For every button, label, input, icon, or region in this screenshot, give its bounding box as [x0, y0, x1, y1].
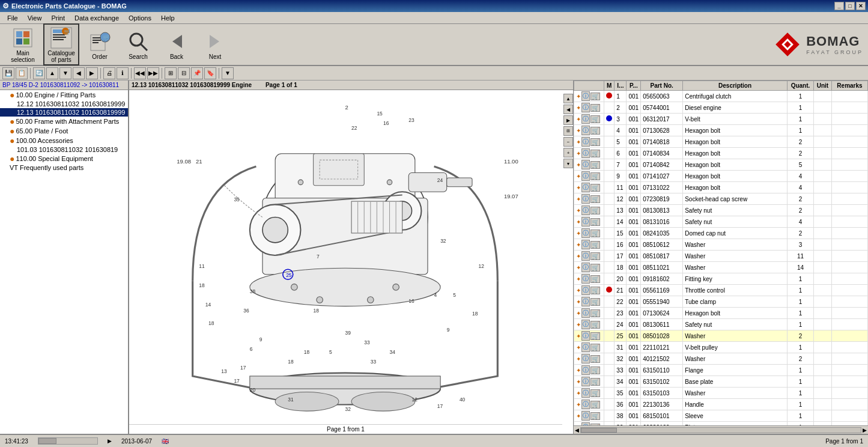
star-icon[interactable]: ✦ [576, 139, 581, 145]
cart-icon[interactable]: 🛒 [590, 207, 600, 214]
star-icon[interactable]: ✦ [576, 390, 581, 397]
table-row[interactable]: ✦ⓘ🛒1700108510817Washer11 [574, 251, 868, 262]
info-icon[interactable]: ⓘ [581, 274, 590, 284]
scroll-filter-button[interactable]: ▼ [563, 159, 573, 168]
cart-icon[interactable]: 🛒 [590, 93, 600, 100]
info-icon[interactable]: ⓘ [581, 183, 590, 192]
cart-icon[interactable]: 🛒 [590, 252, 600, 260]
scroll-right-button[interactable]: ▶ [563, 115, 573, 125]
info-icon[interactable]: ⓘ [581, 377, 590, 386]
star-icon[interactable]: ✦ [576, 276, 581, 282]
cart-icon[interactable]: 🛒 [590, 287, 600, 294]
menu-options[interactable]: Options [124, 13, 156, 23]
status-scrollbar[interactable] [38, 437, 98, 445]
info-icon[interactable]: ⓘ [581, 400, 590, 409]
star-icon[interactable]: ✦ [576, 127, 581, 134]
search-button[interactable]: Search [120, 28, 156, 62]
star-icon[interactable]: ✦ [576, 184, 581, 191]
table-row[interactable]: ✦ⓘ🛒3200140121502Washer2 [574, 353, 868, 365]
table-row[interactable]: ✦ⓘ🛒1100107131022Hexagon bolt4 [574, 182, 868, 193]
main-selection-button[interactable]: Main selection [5, 24, 41, 65]
star-icon[interactable]: ✦ [576, 219, 581, 225]
maximize-button[interactable]: □ [845, 2, 855, 10]
info-icon[interactable]: ⓘ [581, 114, 590, 124]
cart-icon[interactable]: 🛒 [590, 309, 600, 317]
star-icon[interactable]: ✦ [576, 367, 581, 374]
cart-icon[interactable]: 🛒 [590, 104, 600, 112]
info-icon[interactable]: ⓘ [581, 285, 590, 295]
cart-icon[interactable]: 🛒 [590, 275, 600, 283]
sec-next[interactable]: ▶ [86, 67, 98, 79]
sec-nav-back[interactable]: ◀◀ [134, 67, 146, 79]
sec-down[interactable]: ▼ [59, 67, 71, 79]
table-row[interactable]: ✦ⓘ🛒3300163150110Flange1 [574, 365, 868, 376]
info-icon[interactable]: ⓘ [581, 194, 590, 204]
table-row[interactable]: ✦ⓘ🛒600107140834Hexagon bolt2 [574, 148, 868, 159]
info-icon[interactable]: ⓘ [581, 205, 590, 215]
table-row[interactable]: ✦ⓘ🛒500107140818Hexagon bolt2 [574, 136, 868, 148]
scroll-minus-button[interactable]: − [563, 137, 573, 147]
cart-icon[interactable]: 🛒 [590, 401, 600, 409]
cart-icon[interactable]: 🛒 [590, 161, 600, 169]
cart-icon[interactable]: 🛒 [590, 184, 600, 192]
scroll-left-button[interactable]: ◀ [563, 105, 573, 114]
star-icon[interactable]: ✦ [576, 162, 581, 168]
sec-mark[interactable]: 🔖 [204, 67, 216, 79]
info-icon[interactable]: ⓘ [581, 91, 590, 101]
catalogue-button[interactable]: 🛒 Catalogue of parts [43, 23, 79, 65]
sec-print[interactable]: 🖨 [103, 67, 115, 79]
star-icon[interactable]: ✦ [576, 299, 581, 305]
menu-file[interactable]: File [2, 13, 23, 23]
menu-view[interactable]: View [23, 13, 47, 23]
info-icon[interactable]: ⓘ [581, 320, 590, 329]
table-row[interactable]: ✦ⓘ🛒2000109181602Fitting key1 [574, 273, 868, 285]
table-row[interactable]: ✦ⓘ🛒400107130628Hexagon bolt1 [574, 125, 868, 136]
info-icon[interactable]: ⓘ [581, 342, 590, 352]
star-icon[interactable]: ✦ [576, 230, 581, 237]
table-row[interactable]: ✦ⓘ🛒1500108241035Domed cap nut2 [574, 228, 868, 239]
star-icon[interactable]: ✦ [576, 105, 581, 111]
table-row[interactable]: ✦ⓘ🛒700107140842Hexagon bolt5 [574, 159, 868, 171]
tree-item-2[interactable]: 12.13 101630811032 101630819999 [0, 108, 128, 117]
table-row[interactable]: ✦ⓘ🛒3800168150101Sleeve1 [574, 410, 868, 422]
info-icon[interactable]: ⓘ [581, 388, 590, 398]
cart-icon[interactable]: 🛒 [590, 389, 600, 397]
cart-icon[interactable]: 🛒 [590, 378, 600, 386]
cart-icon[interactable]: 🛒 [590, 264, 600, 272]
table-row[interactable]: ✦ⓘ🛒900107141027Hexagon bolt4 [574, 171, 868, 182]
table-row[interactable]: ✦ⓘ🛒1400108131016Safety nut4 [574, 216, 868, 228]
sec-copy[interactable]: 📋 [16, 67, 28, 79]
star-icon[interactable]: ✦ [576, 401, 581, 408]
info-icon[interactable]: ⓘ [581, 171, 590, 181]
info-icon[interactable]: ⓘ [581, 354, 590, 363]
info-icon[interactable]: ⓘ [581, 217, 590, 227]
cart-icon[interactable]: 🛒 [590, 195, 600, 203]
star-icon[interactable]: ✦ [576, 196, 581, 202]
info-icon[interactable]: ⓘ [581, 297, 590, 306]
tree-item-0[interactable]: ● 10.00 Engine / Fitting Parts [0, 90, 128, 100]
star-icon[interactable]: ✦ [576, 321, 581, 328]
order-button[interactable]: 🛒 Order [82, 28, 118, 62]
table-row[interactable]: ✦ⓘ🛒2300107130624Hexagon bolt1 [574, 308, 868, 319]
tree-item-4[interactable]: ● 65.00 Plate / Foot [0, 126, 128, 136]
info-icon[interactable]: ⓘ [581, 103, 590, 112]
cart-icon[interactable]: 🛒 [590, 366, 600, 374]
star-icon[interactable]: ✦ [576, 287, 581, 294]
info-icon[interactable]: ⓘ [581, 126, 590, 135]
cart-icon[interactable]: 🛒 [590, 241, 600, 249]
sec-refresh[interactable]: 🔄 [33, 67, 45, 79]
cart-icon[interactable]: 🛒 [590, 115, 600, 123]
cart-icon[interactable]: 🛒 [590, 150, 600, 157]
cart-icon[interactable]: 🛒 [590, 172, 600, 180]
next-button[interactable]: Next [197, 28, 233, 62]
cart-icon[interactable]: 🛒 [590, 332, 600, 340]
sec-minus[interactable]: ⊟ [178, 67, 190, 79]
info-icon[interactable]: ⓘ [581, 137, 590, 147]
star-icon[interactable]: ✦ [576, 344, 581, 351]
menu-print[interactable]: Print [46, 13, 70, 23]
star-icon[interactable]: ✦ [576, 264, 581, 271]
sec-up[interactable]: ▲ [46, 67, 58, 79]
tree-item-8[interactable]: VT Frequently used parts [0, 163, 128, 172]
table-row[interactable]: ✦ⓘ🛒1800108511021Washer14 [574, 262, 868, 273]
star-icon[interactable]: ✦ [576, 413, 581, 419]
